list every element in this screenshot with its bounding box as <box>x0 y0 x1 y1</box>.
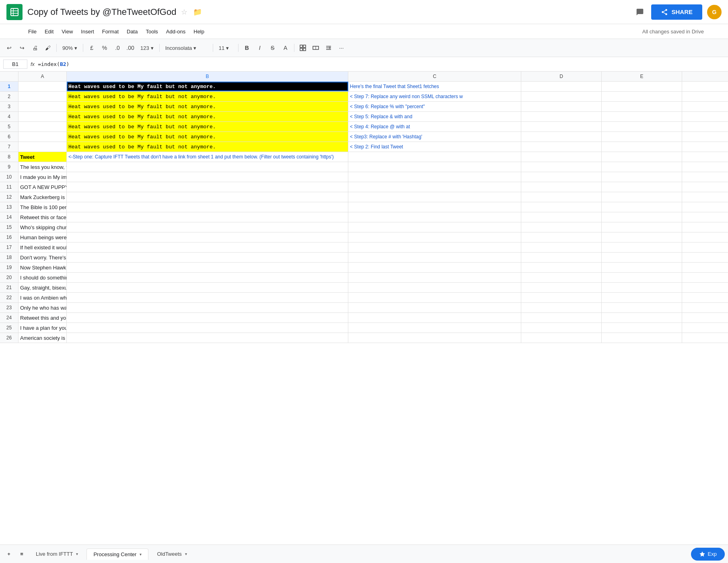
cell-b19[interactable] <box>67 263 348 272</box>
cell-c8[interactable] <box>348 152 521 162</box>
cell-e3[interactable] <box>602 102 682 111</box>
decimal-more-button[interactable]: .00 <box>124 42 136 54</box>
cell-e11[interactable] <box>602 182 682 192</box>
cell-b16[interactable] <box>67 232 348 242</box>
cell-d10[interactable] <box>521 172 602 182</box>
cell-c2[interactable]: < Step 7: Replace any weird non SSML cha… <box>348 92 521 101</box>
cell-d18[interactable] <box>521 253 602 262</box>
cell-c19[interactable] <box>348 263 521 272</box>
cell-c7[interactable]: < Step 2: Find last Tweet <box>348 142 521 152</box>
cell-c24[interactable] <box>348 313 521 323</box>
user-avatar[interactable]: G <box>707 5 722 19</box>
cell-e10[interactable] <box>602 172 682 182</box>
wrap-button[interactable] <box>323 42 335 54</box>
cell-a11[interactable]: GOT A NEW PUPPY! Her name is Rosie and s… <box>19 182 67 192</box>
cell-d11[interactable] <box>521 182 602 192</box>
cell-d25[interactable] <box>521 323 602 333</box>
merge-button[interactable] <box>310 42 322 54</box>
cell-b9[interactable] <box>67 162 348 172</box>
borders-button[interactable] <box>297 42 309 54</box>
cell-d5[interactable] <box>521 122 602 132</box>
print-button[interactable]: 🖨 <box>29 42 41 54</box>
cell-c1[interactable]: Here's the final Tweet that Sheet1 fetch… <box>348 82 521 91</box>
cell-e24[interactable] <box>602 313 682 323</box>
cell-b20[interactable] <box>67 273 348 282</box>
cell-e13[interactable] <box>602 202 682 212</box>
cell-b2[interactable]: Heat waves used to be My fault but not a… <box>67 92 348 101</box>
cell-b15[interactable] <box>67 222 348 232</box>
cell-b7[interactable]: Heat waves used to be My fault but not a… <box>67 142 348 152</box>
cell-c17[interactable] <box>348 242 521 252</box>
cell-b24[interactable] <box>67 313 348 323</box>
menu-insert[interactable]: Insert <box>77 27 98 36</box>
cell-e19[interactable] <box>602 263 682 272</box>
cell-b14[interactable] <box>67 212 348 222</box>
redo-button[interactable]: ↪ <box>16 42 28 54</box>
cell-e6[interactable] <box>602 132 682 142</box>
cell-b6[interactable]: Heat waves used to be My fault but not a… <box>67 132 348 142</box>
cell-a17[interactable]: If hell existed it would be inhabited ex… <box>19 242 67 252</box>
cell-b11[interactable] <box>67 182 348 192</box>
add-sheet-button[interactable]: + <box>3 549 14 560</box>
cell-d14[interactable] <box>521 212 602 222</box>
cell-e17[interactable] <box>602 242 682 252</box>
cell-d12[interactable] <box>521 192 602 202</box>
cell-d8[interactable] <box>521 152 602 162</box>
cell-c23[interactable] <box>348 303 521 312</box>
cell-a14[interactable]: Retweet this or face unimaginable conseq… <box>19 212 67 222</box>
cell-c15[interactable] <box>348 222 521 232</box>
cell-d9[interactable] <box>521 162 602 172</box>
menu-help[interactable]: Help <box>189 27 208 36</box>
cell-a26[interactable]: American society is insane. That is not … <box>19 333 67 343</box>
cell-d4[interactable] <box>521 112 602 121</box>
sheet-tab-processing-center[interactable]: Processing Center ▾ <box>86 549 148 560</box>
cell-a3[interactable] <box>19 102 67 111</box>
menu-data[interactable]: Data <box>123 27 142 36</box>
decimal-less-button[interactable]: .0 <box>111 42 123 54</box>
cell-d1[interactable] <box>521 82 602 91</box>
cell-c3[interactable]: < Step 6: Replace % with "percent" <box>348 102 521 111</box>
cell-a4[interactable] <box>19 112 67 121</box>
sheet-menu-button[interactable]: ≡ <box>16 549 27 560</box>
cell-e18[interactable] <box>602 253 682 262</box>
cell-e1[interactable] <box>602 82 682 91</box>
strikethrough-button[interactable]: S <box>267 42 279 54</box>
cell-c20[interactable] <box>348 273 521 282</box>
text-color-button[interactable]: A <box>280 42 292 54</box>
menu-addons[interactable]: Add-ons <box>162 27 189 36</box>
more-button[interactable]: ··· <box>335 42 348 54</box>
cell-d13[interactable] <box>521 202 602 212</box>
paint-format-button[interactable]: 🖌 <box>42 42 54 54</box>
font-dropdown[interactable]: Inconsolata ▾ <box>162 43 210 53</box>
comment-icon-button[interactable] <box>632 4 648 20</box>
sheet-tab-live-from-ifttt[interactable]: Live from IFTTT ▾ <box>29 548 85 560</box>
cell-a21[interactable]: Gay, straight, bisexual, transgender, in… <box>19 283 67 292</box>
cell-a25[interactable]: I have a plan for your life. In most cas… <box>19 323 67 333</box>
cell-e14[interactable] <box>602 212 682 222</box>
cell-e8[interactable] <box>602 152 682 162</box>
cell-a7[interactable] <box>19 142 67 152</box>
cell-b25[interactable] <box>67 323 348 333</box>
cell-c11[interactable] <box>348 182 521 192</box>
cell-e2[interactable] <box>602 92 682 101</box>
undo-button[interactable]: ↩ <box>3 42 15 54</box>
zoom-dropdown[interactable]: 90% ▾ <box>59 43 80 53</box>
font-size-dropdown[interactable]: 11 ▾ <box>216 43 236 53</box>
explore-button[interactable]: Exp <box>691 548 725 561</box>
cell-d3[interactable] <box>521 102 602 111</box>
cell-c12[interactable] <box>348 192 521 202</box>
col-header-b[interactable]: B <box>67 72 348 81</box>
cell-e12[interactable] <box>602 192 682 202</box>
cell-b10[interactable] <box>67 172 348 182</box>
cell-c26[interactable] <box>348 333 521 343</box>
cell-b1[interactable]: Heat waves used to be My fault but not a… <box>67 82 348 91</box>
cell-b26[interactable] <box>67 333 348 343</box>
cell-e26[interactable] <box>602 333 682 343</box>
bold-button[interactable]: B <box>241 42 253 54</box>
cell-e23[interactable] <box>602 303 682 312</box>
cell-e7[interactable] <box>602 142 682 152</box>
cell-a9[interactable]: The less you know, the more you think yo… <box>19 162 67 172</box>
cell-e5[interactable] <box>602 122 682 132</box>
cell-d6[interactable] <box>521 132 602 142</box>
menu-view[interactable]: View <box>58 27 77 36</box>
